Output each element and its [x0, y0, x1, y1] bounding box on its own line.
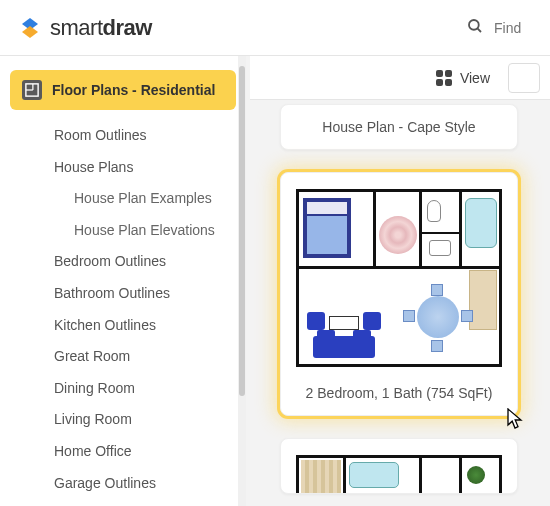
svg-point-0	[469, 20, 479, 30]
template-gallery: House Plan - Cape Style 2 Bedroom, 1 Bat…	[246, 56, 550, 506]
search-input[interactable]	[494, 20, 532, 36]
template-caption: House Plan - Cape Style	[281, 105, 517, 149]
tree-item[interactable]: Bathroom Outlines	[0, 278, 246, 310]
gallery-toolbar: View	[250, 56, 550, 100]
tree-item[interactable]: Dining Room	[0, 373, 246, 405]
template-tree: Room Outlines House Plans House Plan Exa…	[0, 116, 246, 506]
svg-line-1	[477, 28, 481, 32]
sidebar-scrollbar[interactable]	[238, 56, 246, 506]
tree-item[interactable]: Garage Outlines	[0, 468, 246, 500]
floorplan-thumbnail	[296, 455, 502, 493]
category-label: Floor Plans - Residential	[52, 82, 215, 98]
tree-item[interactable]: Room Outlines	[0, 120, 246, 152]
tree-item[interactable]: Attics	[0, 499, 246, 506]
template-card[interactable]	[280, 438, 518, 494]
tree-item[interactable]: Great Room	[0, 341, 246, 373]
tree-item[interactable]: Home Office	[0, 436, 246, 468]
tree-item[interactable]: House Plan Elevations	[0, 215, 246, 247]
tree-item[interactable]: House Plan Examples	[0, 183, 246, 215]
tree-item[interactable]: Kitchen Outlines	[0, 310, 246, 342]
template-sidebar: Floor Plans - Residential Room Outlines …	[0, 56, 246, 506]
floorplan-icon	[22, 80, 42, 100]
search-icon	[466, 17, 484, 39]
app-header: smartdraw	[0, 0, 550, 56]
view-label: View	[460, 70, 490, 86]
toolbar-extra-button[interactable]	[508, 63, 540, 93]
template-card-selected[interactable]: 2 Bedroom, 1 Bath (754 SqFt)	[280, 172, 518, 416]
template-card[interactable]: House Plan - Cape Style	[280, 104, 518, 150]
brand-text: smartdraw	[50, 15, 152, 41]
tree-item[interactable]: Bedroom Outlines	[0, 246, 246, 278]
category-pill-active[interactable]: Floor Plans - Residential	[10, 70, 236, 110]
tree-item[interactable]: House Plans	[0, 152, 246, 184]
brand-mark-icon	[18, 16, 42, 40]
grid-icon	[436, 70, 452, 86]
template-caption: 2 Bedroom, 1 Bath (754 SqFt)	[281, 371, 517, 415]
brand-logo[interactable]: smartdraw	[18, 15, 152, 41]
view-toggle-button[interactable]: View	[426, 65, 500, 91]
search-box[interactable]	[466, 17, 532, 39]
floorplan-thumbnail	[296, 189, 502, 367]
tree-item[interactable]: Living Room	[0, 404, 246, 436]
